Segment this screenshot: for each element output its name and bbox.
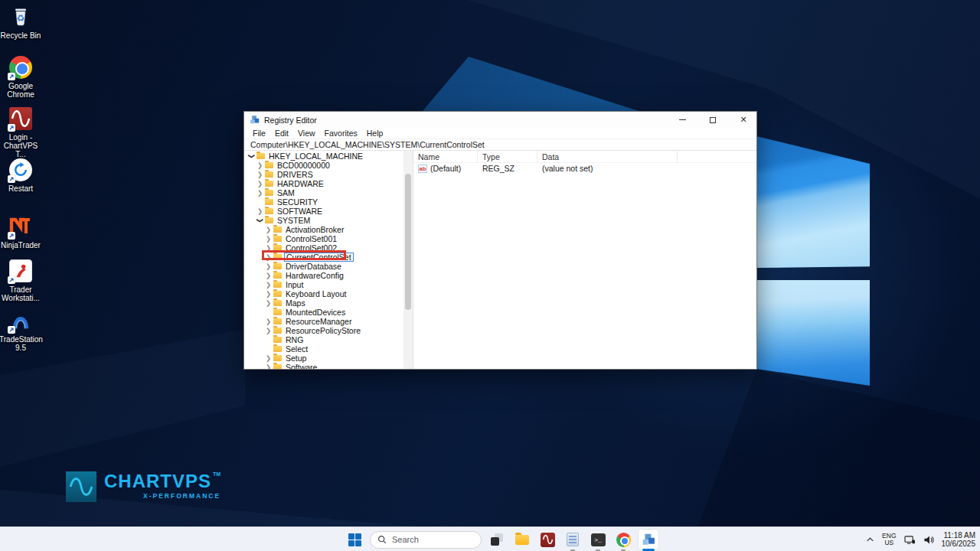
tree-item-bcd00000000[interactable]: ❯BCD00000000	[244, 161, 403, 170]
expander-collapsed-icon[interactable]: ❯	[265, 327, 272, 334]
menu-bar: File Edit View Favorites Help	[244, 128, 756, 139]
desktop-icon-ninjatrader[interactable]: NinjaTrader	[0, 214, 41, 249]
tray-time: 11:18 AM	[942, 531, 976, 540]
tree-item-currentcontrolset[interactable]: ❯CurrentControlSet	[244, 253, 403, 262]
menu-file[interactable]: File	[248, 129, 270, 138]
column-header-type[interactable]: Type	[478, 151, 537, 162]
title-bar[interactable]: Registry Editor ✕	[244, 112, 756, 128]
tree-item-resourcemanager[interactable]: ❯ResourceManager	[244, 317, 403, 326]
tree-item-security[interactable]: SECURITY	[244, 197, 403, 207]
expander-collapsed-icon[interactable]: ❯	[265, 281, 272, 289]
desktop-icon-google-chrome[interactable]: Google Chrome	[0, 55, 41, 99]
desktop-icon-recycle-bin[interactable]: ♻ Recycle Bin	[0, 5, 41, 40]
expander-collapsed-icon[interactable]: ❯	[265, 290, 272, 298]
tree-item-rng[interactable]: RNG	[244, 335, 403, 344]
expander-collapsed-icon[interactable]: ❯	[256, 189, 263, 197]
folder-icon	[265, 162, 273, 168]
chartvps-logo-icon	[66, 471, 96, 502]
tree-item-activationbroker[interactable]: ❯ActivationBroker	[244, 225, 403, 234]
tree-item-hardwareconfig[interactable]: ❯HardwareConfig	[244, 271, 403, 280]
expander-collapsed-icon[interactable]: ❯	[256, 171, 263, 178]
folder-icon	[273, 227, 282, 233]
value-row[interactable]: ab(Default)REG_SZ(value not set)	[413, 163, 756, 174]
expander-collapsed-icon[interactable]: ❯	[265, 364, 272, 369]
menu-view[interactable]: View	[293, 129, 320, 138]
tree-item-hkey-local-machine[interactable]: ❯HKEY_LOCAL_MACHINE	[244, 152, 403, 161]
maximize-button[interactable]	[700, 112, 726, 128]
network-icon[interactable]	[904, 535, 916, 545]
shortcut-arrow-icon	[8, 232, 15, 240]
tree-item-hardware[interactable]: ❯HARDWARE	[244, 179, 403, 188]
taskbar-chrome-button[interactable]	[613, 530, 633, 549]
clock[interactable]: 11:18 AM 10/6/2025	[942, 531, 976, 548]
column-header-data[interactable]: Data	[537, 151, 678, 162]
menu-edit[interactable]: Edit	[270, 129, 293, 138]
tree-item-mounteddevices[interactable]: MountedDevices	[244, 308, 403, 317]
window-title: Registry Editor	[264, 116, 317, 125]
expander-collapsed-icon[interactable]: ❯	[256, 207, 263, 215]
tree-item-sam[interactable]: ❯SAM	[244, 188, 403, 197]
value-list: Name Type Data ab(Default)REG_SZ(value n…	[413, 151, 756, 369]
expander-collapsed-icon[interactable]: ❯	[265, 318, 272, 325]
desktop-icon-chartvps-login[interactable]: Login - ChartVPS T...	[0, 106, 41, 158]
tree-item-maps[interactable]: ❯Maps	[244, 298, 403, 308]
expander-collapsed-icon[interactable]: ❯	[265, 272, 272, 279]
folder-icon	[273, 245, 282, 251]
tree-item-select[interactable]: Select	[244, 344, 403, 354]
address-bar[interactable]: Computer\HKEY_LOCAL_MACHINE\SYSTEM\Curre…	[244, 139, 756, 151]
tree-item-label: BCD00000000	[276, 161, 332, 170]
tree-item-label: SECURITY	[276, 197, 319, 207]
expander-collapsed-icon[interactable]: ❯	[265, 244, 272, 252]
taskbar-file-explorer-button[interactable]	[512, 530, 532, 549]
folder-icon	[273, 355, 282, 361]
column-header-name[interactable]: Name	[413, 151, 478, 162]
expander-collapsed-icon[interactable]: ❯	[256, 161, 263, 169]
expander-collapsed-icon[interactable]: ❯	[265, 299, 272, 307]
close-button[interactable]: ✕	[730, 112, 756, 128]
taskbar-chartvps-button[interactable]	[537, 530, 557, 549]
volume-icon[interactable]	[923, 535, 934, 545]
taskbar-task-view-button[interactable]	[487, 530, 507, 549]
value-type: REG_SZ	[478, 164, 537, 173]
start-button[interactable]	[345, 530, 364, 549]
menu-favorites[interactable]: Favorites	[320, 129, 362, 138]
taskbar-registry-editor-button[interactable]	[639, 530, 658, 549]
tree-item-resourcepolicystore[interactable]: ❯ResourcePolicyStore	[244, 326, 403, 335]
tree-item-label: Software	[284, 363, 318, 369]
expander-expanded-icon[interactable]: ❯	[248, 153, 256, 160]
expander-collapsed-icon[interactable]: ❯	[265, 354, 272, 362]
expander-collapsed-icon[interactable]: ❯	[265, 253, 272, 261]
taskbar-notepad-button[interactable]	[563, 530, 583, 549]
tray-date: 10/6/2025	[942, 540, 976, 548]
search-input[interactable]: Search	[370, 531, 482, 549]
expander-expanded-icon[interactable]: ❯	[256, 217, 264, 224]
tree-scrollbar-thumb[interactable]	[405, 174, 411, 310]
minimize-button[interactable]	[669, 112, 695, 128]
tree-item-software[interactable]: ❯SOFTWARE	[244, 207, 403, 216]
tree-item-controlset002[interactable]: ❯ControlSet002	[244, 243, 403, 253]
menu-help[interactable]: Help	[362, 129, 388, 138]
expander-collapsed-icon[interactable]: ❯	[265, 262, 272, 270]
expander-collapsed-icon[interactable]: ❯	[256, 180, 263, 187]
tree-scrollbar[interactable]	[403, 151, 413, 369]
search-placeholder: Search	[392, 535, 419, 544]
tree-item-controlset001[interactable]: ❯ControlSet001	[244, 234, 403, 243]
expander-collapsed-icon[interactable]: ❯	[265, 226, 272, 233]
expander-collapsed-icon[interactable]: ❯	[265, 235, 272, 243]
trader-workstation-icon	[8, 259, 33, 283]
tree-item-driverdatabase[interactable]: ❯DriverDatabase	[244, 262, 403, 271]
tree-item-system[interactable]: ❯SYSTEM	[244, 216, 403, 225]
tray-expand-chevron[interactable]	[866, 536, 874, 543]
language-indicator[interactable]: ENG US	[882, 533, 896, 546]
desktop-icon-trader-workstation[interactable]: Trader Workstati...	[0, 259, 41, 302]
tree-item-keyboard-layout[interactable]: ❯Keyboard Layout	[244, 289, 403, 298]
tree-item-drivers[interactable]: ❯DRIVERS	[244, 170, 403, 179]
tree-item-setup[interactable]: ❯Setup	[244, 354, 403, 363]
taskbar-terminal-button[interactable]: >_	[588, 530, 608, 549]
desktop-icon-restart[interactable]: Restart	[0, 158, 41, 193]
tree-item-software[interactable]: ❯Software	[244, 363, 403, 369]
tree-item-input[interactable]: ❯Input	[244, 280, 403, 289]
desktop-icon-tradestation[interactable]: TradeStation 9.5	[0, 308, 41, 352]
recycle-bin-icon: ♻	[8, 5, 33, 29]
tree-item-label: SYSTEM	[276, 216, 312, 225]
